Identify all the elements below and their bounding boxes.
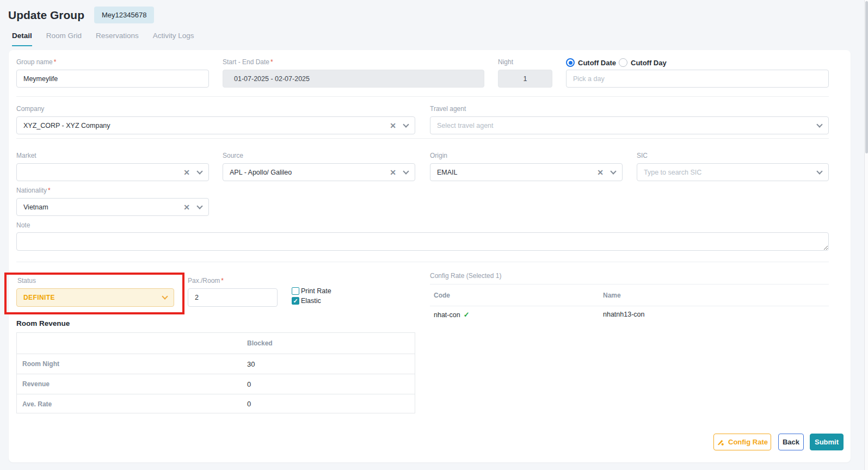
page-title: Update Group bbox=[8, 9, 84, 22]
back-button-label: Back bbox=[783, 438, 799, 446]
config-rate-col-code: Code bbox=[434, 292, 450, 299]
room-revenue-col-blocked: Blocked bbox=[242, 339, 415, 347]
chevron-down-icon[interactable] bbox=[610, 168, 616, 174]
travel-agent-label: Travel agent bbox=[430, 105, 466, 113]
nationality-select[interactable]: Vietnam ✕ bbox=[16, 198, 209, 216]
cutoff-date-option[interactable]: Cutoff Date bbox=[566, 58, 616, 67]
chevron-down-icon[interactable] bbox=[196, 203, 202, 209]
origin-select[interactable]: EMAIL ✕ bbox=[430, 163, 623, 181]
back-button[interactable]: Back bbox=[778, 434, 804, 450]
market-label: Market bbox=[16, 152, 36, 159]
config-rate-title: Config Rate (Selected 1) bbox=[430, 272, 501, 280]
sic-label: SIC bbox=[637, 152, 648, 159]
clear-icon[interactable]: ✕ bbox=[183, 168, 190, 177]
radio-unselected-icon[interactable] bbox=[619, 58, 627, 67]
cutoff-date-label: Cutoff Date bbox=[578, 59, 616, 67]
table-row: Revenue 0 bbox=[17, 374, 415, 394]
ave-rate-value: 0 bbox=[242, 400, 415, 408]
cutoff-day-option[interactable]: Cutoff Day bbox=[619, 58, 667, 67]
company-label: Company bbox=[16, 105, 44, 113]
required-mark: * bbox=[54, 58, 57, 66]
chevron-down-icon[interactable] bbox=[162, 293, 168, 299]
pax-room-label: Pax./Room* bbox=[188, 277, 224, 285]
source-value: APL - Apollo/ Galileo bbox=[230, 169, 390, 176]
table-row: Room Night 30 bbox=[17, 354, 415, 374]
table-row: Ave. Rate 0 bbox=[17, 394, 415, 413]
room-revenue-header-row: Blocked bbox=[17, 333, 415, 354]
nationality-label: Nationality* bbox=[16, 187, 51, 194]
clear-icon[interactable]: ✕ bbox=[183, 203, 190, 212]
clear-icon[interactable]: ✕ bbox=[390, 121, 396, 130]
status-select[interactable]: DEFINITE bbox=[16, 288, 174, 307]
note-label: Note bbox=[16, 221, 30, 229]
checkbox-checked-icon[interactable]: ✓ bbox=[292, 297, 299, 305]
room-night-label: Room Night bbox=[17, 360, 242, 368]
required-mark: * bbox=[48, 187, 51, 194]
origin-value: EMAIL bbox=[437, 169, 597, 176]
night-label: Night bbox=[498, 58, 513, 66]
sic-select[interactable]: Type to search SIC bbox=[637, 163, 829, 181]
note-textarea[interactable] bbox=[16, 232, 829, 251]
nationality-value: Vietnam bbox=[23, 203, 183, 211]
radio-selected-icon[interactable] bbox=[566, 58, 575, 67]
scrollbar-thumb[interactable] bbox=[865, 1, 868, 153]
status-value: DEFINITE bbox=[23, 294, 163, 301]
revenue-value: 0 bbox=[242, 380, 415, 388]
chevron-down-icon[interactable] bbox=[816, 168, 822, 174]
night-input[interactable]: 1 bbox=[498, 70, 552, 88]
required-mark: * bbox=[270, 58, 273, 66]
tab-reservations[interactable]: Reservations bbox=[96, 32, 139, 46]
room-revenue-table: Blocked Room Night 30 Revenue 0 Ave. Rat… bbox=[16, 332, 415, 413]
market-select[interactable]: ✕ bbox=[16, 163, 209, 181]
submit-button[interactable]: Submit bbox=[810, 434, 844, 450]
tab-room-grid[interactable]: Room Grid bbox=[46, 32, 82, 46]
tab-bar: Detail Room Grid Reservations Activity L… bbox=[12, 32, 194, 46]
config-rate-name: nhatnh13-con bbox=[603, 311, 644, 319]
config-rate-button[interactable]: Config Rate bbox=[713, 434, 771, 450]
status-label: Status bbox=[17, 277, 36, 285]
travel-agent-placeholder: Select travel agent bbox=[437, 122, 817, 129]
page-header: Update Group Mey12345678 bbox=[8, 7, 154, 23]
clear-icon[interactable]: ✕ bbox=[597, 168, 604, 177]
elastic-option[interactable]: ✓ Elastic bbox=[292, 297, 321, 305]
chevron-down-icon[interactable] bbox=[403, 168, 409, 174]
config-rate-row[interactable]: nhat-con ✓ nhatnh13-con bbox=[434, 311, 829, 319]
tab-activity-logs[interactable]: Activity Logs bbox=[153, 32, 194, 46]
company-value: XYZ_CORP - XYZ Company bbox=[23, 122, 390, 129]
room-night-value: 30 bbox=[242, 360, 415, 368]
chevron-down-icon[interactable] bbox=[403, 121, 409, 127]
date-range-value: 01-07-2025 - 02-07-2025 bbox=[234, 75, 477, 83]
config-rate-code: nhat-con bbox=[434, 311, 460, 319]
source-select[interactable]: APL - Apollo/ Galileo ✕ bbox=[223, 163, 415, 181]
update-group-page: Update Group Mey12345678 Detail Room Gri… bbox=[0, 0, 868, 470]
divider bbox=[16, 96, 829, 97]
sic-placeholder: Type to search SIC bbox=[644, 169, 817, 176]
print-rate-label: Print Rate bbox=[301, 287, 331, 295]
config-rate-col-name: Name bbox=[603, 292, 621, 299]
company-select[interactable]: XYZ_CORP - XYZ Company ✕ bbox=[16, 116, 415, 134]
config-rate-button-label: Config Rate bbox=[728, 438, 768, 446]
divider bbox=[16, 262, 829, 262]
travel-agent-select[interactable]: Select travel agent bbox=[430, 116, 829, 134]
chevron-down-icon[interactable] bbox=[196, 168, 202, 174]
note-field-wrap bbox=[16, 232, 829, 251]
scrollbar[interactable] bbox=[864, 0, 868, 470]
chevron-down-icon[interactable] bbox=[816, 121, 822, 127]
group-name-input[interactable]: Meymeylife bbox=[16, 70, 209, 88]
clear-icon[interactable]: ✕ bbox=[390, 168, 396, 177]
elastic-label: Elastic bbox=[301, 297, 321, 305]
selected-check-icon: ✓ bbox=[464, 311, 470, 319]
print-rate-option[interactable]: Print Rate bbox=[292, 287, 331, 295]
checkbox-unchecked-icon[interactable] bbox=[292, 287, 299, 295]
divider bbox=[430, 306, 829, 306]
divider bbox=[16, 138, 829, 139]
pax-room-input[interactable]: 2 bbox=[188, 288, 278, 307]
cutoff-day-picker[interactable]: Pick a day bbox=[566, 70, 829, 88]
group-name-label: Group name* bbox=[16, 58, 56, 66]
cutoff-day-label: Cutoff Day bbox=[631, 59, 667, 67]
ave-rate-label: Ave. Rate bbox=[17, 400, 242, 408]
tab-detail[interactable]: Detail bbox=[12, 32, 32, 46]
cutoff-picker-placeholder: Pick a day bbox=[573, 75, 822, 83]
date-range-input[interactable]: 01-07-2025 - 02-07-2025 bbox=[223, 70, 484, 88]
divider bbox=[430, 284, 829, 285]
